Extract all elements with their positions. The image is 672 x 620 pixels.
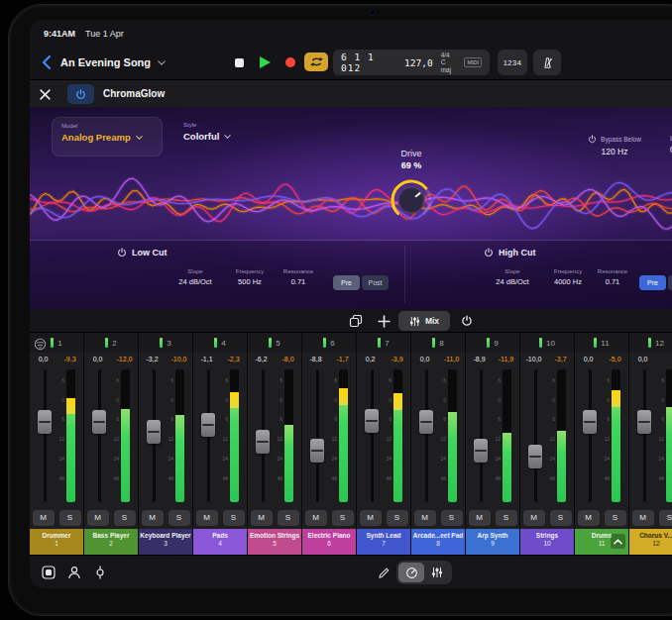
mute-button[interactable]: M	[33, 510, 55, 526]
scale-label: 0	[552, 397, 555, 403]
solo-button[interactable]: S	[387, 510, 408, 526]
drive-knob[interactable]	[388, 176, 435, 224]
track-name-plate[interactable]: Emotion Strings5	[248, 529, 301, 555]
high-cut-pre-button[interactable]: Pre	[639, 275, 666, 290]
mixer-power-button[interactable]	[458, 312, 476, 330]
track-name-plate[interactable]: Arp Synth9	[466, 529, 519, 555]
low-cut-frequency[interactable]: Frequency 500 Hz	[222, 268, 278, 286]
connections-button[interactable]	[91, 564, 109, 581]
track-name-plate[interactable]: Strings10	[520, 529, 574, 555]
count-in-button[interactable]: 1234	[498, 50, 527, 75]
track-name-plate[interactable]: Bass Player2	[84, 529, 138, 555]
track-name-plate[interactable]: Pads4	[193, 529, 247, 555]
cycle-button[interactable]	[304, 52, 328, 71]
mute-button[interactable]: M	[305, 510, 327, 526]
duplicate-button[interactable]	[347, 312, 365, 330]
track-name-plate[interactable]: Drums11	[575, 529, 628, 555]
plugin-title: ChromaGlow	[103, 88, 165, 99]
solo-button[interactable]: S	[496, 510, 517, 526]
volume-fader[interactable]	[147, 420, 161, 444]
high-cut-header[interactable]: High Cut	[484, 248, 536, 258]
mute-button[interactable]: M	[414, 510, 436, 526]
track-name-plate[interactable]: Keyboard Player3	[139, 529, 192, 555]
solo-button[interactable]: S	[278, 510, 299, 526]
metronome-button[interactable]	[533, 50, 561, 75]
browser-button[interactable]	[40, 564, 57, 581]
play-button[interactable]	[254, 52, 276, 73]
scale-label: 12	[58, 436, 64, 442]
bypass-below-control[interactable]: Bypass Below 120 Hz	[565, 135, 664, 156]
solo-button[interactable]: S	[59, 510, 81, 526]
volume-fader[interactable]	[528, 445, 542, 468]
mixer-view-button[interactable]	[424, 563, 450, 582]
volume-fader[interactable]	[637, 410, 651, 434]
volume-fader[interactable]	[256, 430, 270, 454]
track-name-plate[interactable]: Electric Piano6	[302, 529, 356, 555]
low-cut-post-button[interactable]: Post	[362, 275, 389, 290]
mute-button[interactable]: M	[360, 510, 382, 526]
stop-button[interactable]	[228, 52, 250, 73]
high-cut-post-button[interactable]: Post	[668, 275, 672, 290]
song-title[interactable]: An Evening Song	[60, 56, 151, 68]
low-cut-slope[interactable]: Slope 24 dB/Oct	[168, 268, 223, 286]
chevron-down-icon	[136, 136, 143, 140]
low-cut-header[interactable]: Low Cut	[117, 248, 168, 258]
track-name-plate[interactable]: Drummer1	[30, 529, 83, 555]
low-cut-resonance[interactable]: Resonance 0.71	[271, 268, 326, 286]
mute-button[interactable]: M	[142, 510, 164, 526]
solo-button[interactable]: S	[114, 510, 136, 526]
mute-button[interactable]: M	[87, 510, 109, 526]
mute-button[interactable]: M	[523, 510, 545, 526]
volume-fader[interactable]	[583, 410, 597, 434]
scale-label: 24	[549, 456, 555, 462]
solo-button[interactable]: S	[659, 510, 672, 526]
mute-button[interactable]: M	[632, 510, 654, 526]
style-selector[interactable]: Style Colorful	[174, 117, 264, 156]
track-name-plate[interactable]: Arcade...eet Pad8	[411, 529, 465, 555]
close-plugin-button[interactable]	[40, 85, 57, 103]
volume-fader[interactable]	[419, 410, 433, 434]
volume-fader[interactable]	[38, 410, 52, 434]
power-icon	[461, 315, 473, 327]
fader-scale: 606122448	[600, 369, 610, 502]
solo-button[interactable]: S	[168, 510, 190, 526]
controls-view-button[interactable]	[398, 563, 424, 582]
solo-button[interactable]: S	[441, 510, 463, 526]
add-track-button[interactable]	[375, 312, 392, 330]
low-cut-pre-button[interactable]: Pre	[333, 275, 360, 290]
volume-fader[interactable]	[310, 439, 324, 463]
library-button[interactable]	[65, 564, 83, 581]
volume-fader[interactable]	[365, 409, 379, 433]
high-cut-slope[interactable]: Slope 24 dB/Oct	[485, 268, 540, 286]
solo-button[interactable]: S	[332, 510, 354, 526]
mute-button[interactable]: M	[196, 510, 218, 526]
peak-value	[656, 353, 672, 365]
model-selector[interactable]: Model Analog Preamp	[52, 117, 163, 156]
channel-header: 12	[629, 333, 672, 353]
mute-button[interactable]: M	[578, 510, 600, 526]
track-filter-button[interactable]	[34, 337, 48, 351]
scale-label: 0	[443, 397, 446, 403]
track-name-plate[interactable]: Synth Lead7	[357, 529, 410, 555]
mute-button[interactable]: M	[251, 510, 273, 526]
volume-fader[interactable]	[474, 439, 488, 463]
scale-label: 0	[498, 397, 501, 403]
mute-button[interactable]: M	[469, 510, 491, 526]
lcd-display[interactable]: 6 1 1 012 127,0 4/4 C maj MIDI	[333, 50, 490, 75]
edit-button[interactable]	[375, 564, 392, 581]
chevron-up-icon[interactable]	[611, 534, 625, 549]
record-button[interactable]	[280, 52, 301, 73]
back-button[interactable]	[40, 52, 54, 73]
solo-button[interactable]: S	[550, 510, 572, 526]
volume-fader[interactable]	[92, 410, 106, 434]
track-name-plate[interactable]: Chorus V...12	[629, 529, 672, 555]
plugin-power-button[interactable]	[67, 84, 94, 104]
solo-button[interactable]: S	[605, 510, 626, 526]
pencil-icon	[378, 567, 391, 579]
solo-button[interactable]: S	[223, 510, 245, 526]
mix-button[interactable]: Mix	[398, 311, 450, 331]
high-cut-resonance[interactable]: Resonance 0.71	[585, 268, 640, 286]
track-name: Chorus V...	[629, 532, 672, 539]
volume-fader[interactable]	[201, 413, 215, 437]
channel-number: 4	[221, 339, 225, 348]
